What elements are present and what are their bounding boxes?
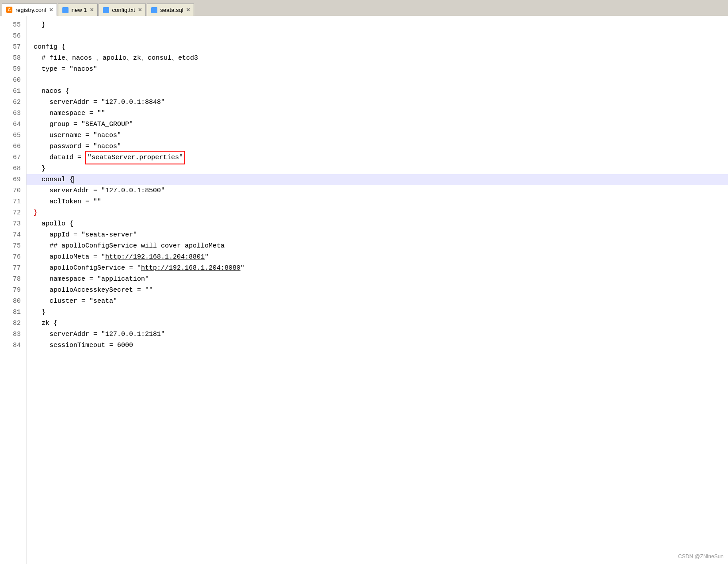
code-line-58: # file、nacos 、apollo、zk、consul、etcd3: [27, 53, 728, 64]
tab-label-config-txt: config.txt: [112, 7, 135, 13]
tab-icon-new1: [62, 7, 69, 14]
line-num-55: 55: [0, 19, 26, 30]
line-num-67: 67: [0, 152, 26, 163]
line-num-76: 76: [0, 252, 26, 263]
tab-close-seata-sql[interactable]: ✕: [186, 7, 190, 13]
code-area[interactable]: } config { # file、nacos 、apollo、zk、consu…: [27, 16, 728, 564]
tab-registry-conf[interactable]: C registry.conf ✕: [2, 4, 57, 16]
url-apollometa: http://192.168.1.204:8801: [105, 252, 205, 263]
code-line-57: config {: [27, 42, 728, 53]
code-line-75: ## apolloConfigService will cover apollo…: [27, 240, 728, 252]
line-num-69: 69: [0, 174, 26, 185]
line-num-68: 68: [0, 163, 26, 174]
code-line-63: namespace = "": [27, 108, 728, 119]
tab-label-new1: new 1: [72, 7, 87, 13]
tab-icon-seata-sql: [151, 7, 158, 14]
code-line-65: username = "nacos": [27, 130, 728, 141]
line-num-56: 56: [0, 30, 26, 42]
code-line-64: group = "SEATA_GROUP": [27, 119, 728, 130]
line-num-59: 59: [0, 64, 26, 75]
line-num-57: 57: [0, 42, 26, 53]
tab-icon-conf: C: [6, 6, 13, 13]
tab-close-new1[interactable]: ✕: [90, 7, 94, 13]
code-line-59: type = "nacos": [27, 64, 728, 75]
line-num-63: 63: [0, 108, 26, 119]
line-num-58: 58: [0, 53, 26, 64]
tab-close-config-txt[interactable]: ✕: [138, 7, 142, 13]
line-num-74: 74: [0, 229, 26, 240]
line-num-79: 79: [0, 285, 26, 296]
line-num-83: 83: [0, 329, 26, 340]
line-num-81: 81: [0, 307, 26, 318]
line-num-73: 73: [0, 218, 26, 229]
line-numbers: 55 56 57 58 59 60 61 62 63 64 65 66 67 6…: [0, 16, 27, 564]
line-num-84: 84: [0, 340, 26, 351]
code-line-71: aclToken = "": [27, 196, 728, 207]
code-line-83: serverAddr = "127.0.0.1:2181": [27, 329, 728, 340]
line-num-80: 80: [0, 296, 26, 307]
code-line-55: }: [27, 19, 728, 30]
watermark: CSDN @ZNineSun: [678, 553, 724, 560]
editor-content: 55 56 57 58 59 60 61 62 63 64 65 66 67 6…: [0, 16, 728, 564]
line-num-66: 66: [0, 141, 26, 152]
code-line-84: sessionTimeout = 6000: [27, 340, 728, 351]
line-num-72: 72: [0, 207, 26, 218]
code-line-62: serverAddr = "127.0.0.1:8848": [27, 97, 728, 108]
tab-new1[interactable]: new 1 ✕: [58, 4, 98, 16]
code-line-61: nacos {: [27, 86, 728, 97]
url-apolloconfigservice: http://192.168.1.204:8080: [141, 263, 240, 274]
code-line-79: apolloAccesskeySecret = "": [27, 285, 728, 296]
code-line-82: zk {: [27, 318, 728, 329]
code-line-77: apolloConfigService = "http://192.168.1.…: [27, 263, 728, 274]
tab-config-txt[interactable]: config.txt ✕: [99, 4, 146, 16]
code-line-78: namespace = "application": [27, 274, 728, 285]
tab-icon-config-txt: [103, 7, 110, 14]
code-line-68: }: [27, 163, 728, 174]
line-num-71: 71: [0, 196, 26, 207]
code-line-72: }: [27, 207, 728, 218]
code-line-73: apollo {: [27, 218, 728, 229]
tab-close-registry-conf[interactable]: ✕: [49, 7, 53, 13]
code-line-69: consul {: [27, 174, 728, 185]
line-num-62: 62: [0, 97, 26, 108]
tab-bar: C registry.conf ✕ new 1 ✕ config.txt ✕ s…: [0, 0, 728, 16]
code-line-70: serverAddr = "127.0.0.1:8500": [27, 185, 728, 196]
code-line-74: appId = "seata-server": [27, 229, 728, 240]
editor-window: C registry.conf ✕ new 1 ✕ config.txt ✕ s…: [0, 0, 728, 564]
tab-label-registry-conf: registry.conf: [15, 7, 46, 13]
code-line-80: cluster = "seata": [27, 296, 728, 307]
line-num-61: 61: [0, 86, 26, 97]
code-line-81: }: [27, 307, 728, 318]
code-line-76: apolloMeta = "http://192.168.1.204:8801": [27, 252, 728, 263]
red-box-dataid: "seataServer.properties": [85, 151, 185, 164]
code-line-56: [27, 30, 728, 42]
code-line-67: dataId = "seataServer.properties": [27, 152, 728, 163]
line-num-60: 60: [0, 75, 26, 86]
line-num-75: 75: [0, 240, 26, 252]
line-num-78: 78: [0, 274, 26, 285]
punctuation-72: }: [34, 207, 38, 218]
line-num-77: 77: [0, 263, 26, 274]
line-num-65: 65: [0, 130, 26, 141]
code-line-60: [27, 75, 728, 86]
line-num-70: 70: [0, 185, 26, 196]
tab-seata-sql[interactable]: seata.sql ✕: [147, 4, 194, 16]
tab-label-seata-sql: seata.sql: [160, 7, 183, 13]
line-num-64: 64: [0, 119, 26, 130]
line-num-82: 82: [0, 318, 26, 329]
